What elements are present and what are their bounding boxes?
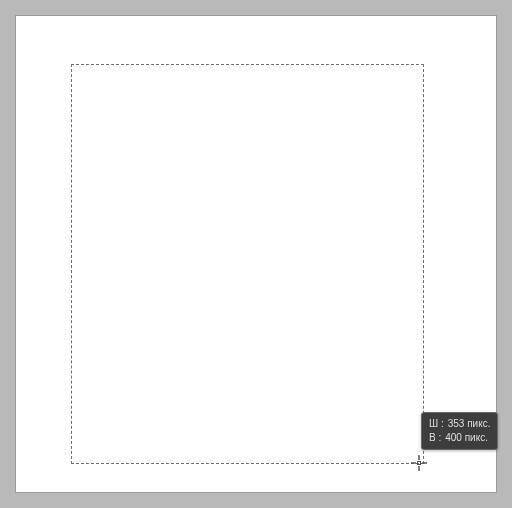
width-label: Ш : (429, 417, 444, 431)
height-value: 400 пикс. (445, 431, 488, 445)
width-value: 353 пикс. (448, 417, 491, 431)
selection-marquee[interactable] (71, 64, 424, 464)
dimension-tooltip: Ш : 353 пикс. В : 400 пикс. (421, 412, 498, 450)
height-label: В : (429, 431, 441, 445)
